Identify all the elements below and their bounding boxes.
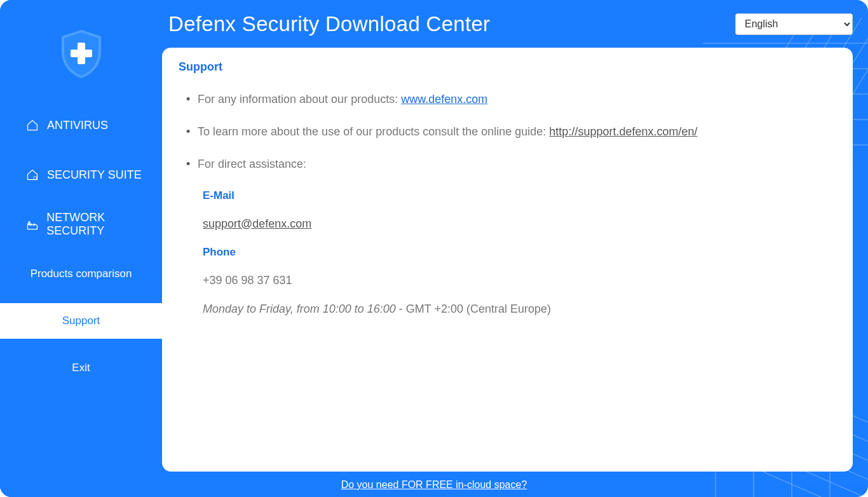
sidebar-item-support[interactable]: Support [0,303,162,339]
support-heading: Support [179,60,836,74]
bullet-text: For direct assistance: [198,158,306,170]
phone-number: +39 06 98 37 631 [203,274,836,287]
svg-rect-31 [71,50,92,57]
logo [0,0,162,107]
sidebar-item-network-security[interactable]: NETWORK SECURITY [0,207,162,242]
link-support-guide[interactable]: http://support.defenx.com/en/ [549,125,697,138]
app-window: ANTIVIRUS SECURITY SUITE NETWORK SECURIT… [0,0,868,497]
house-icon [25,118,39,132]
sidebar-item-label: ANTIVIRUS [47,119,108,132]
support-bullets: For any information about our products: … [179,92,836,173]
phone-hours-italic: Monday to Friday, from 10:00 to 16:00 [203,303,396,315]
factory-icon [25,217,39,231]
sidebar-item-label: Exit [72,362,90,374]
sidebar-item-exit[interactable]: Exit [0,350,162,386]
sidebar-item-antivirus[interactable]: ANTIVIRUS [0,107,162,143]
bullet-assistance: For direct assistance: [198,156,836,172]
sidebar-item-security-suite[interactable]: SECURITY SUITE [0,157,162,193]
bullet-guide: To learn more about the use of our produ… [198,124,836,140]
phone-section: Phone +39 06 98 37 631 Monday to Friday,… [179,246,836,316]
bullet-text: To learn more about the use of our produ… [198,125,549,138]
phone-heading: Phone [203,246,836,259]
email-heading: E-Mail [203,189,836,202]
header: Defenx Security Download Center English [162,0,868,48]
svg-point-32 [34,177,37,180]
email-address-link[interactable]: support@defenx.com [203,217,311,230]
sidebar-item-label: Support [62,315,100,327]
footer-promo: Do you need FOR FREE in-cloud space? [0,479,868,491]
shield-plus-icon [59,29,104,79]
language-selector[interactable]: English [735,13,853,35]
page-title: Defenx Security Download Center [168,12,490,36]
sidebar-item-label: SECURITY SUITE [47,168,142,182]
footer-promo-link[interactable]: Do you need FOR FREE in-cloud space? [341,479,527,490]
sidebar-item-label: NETWORK SECURITY [46,211,162,238]
bullet-info: For any information about our products: … [198,92,836,107]
sidebar-item-label: Products comparison [31,268,132,280]
sidebar-item-products-comparison[interactable]: Products comparison [0,256,162,292]
phone-hours: Monday to Friday, from 10:00 to 16:00 - … [203,303,836,316]
sidebar: ANTIVIRUS SECURITY SUITE NETWORK SECURIT… [0,0,162,497]
email-section: E-Mail support@defenx.com [179,189,836,231]
link-defenx-site[interactable]: www.defenx.com [401,93,487,106]
phone-hours-rest: - GMT +2:00 (Central Europe) [396,303,551,315]
bullet-text: For any information about our products: [198,93,401,106]
house-shield-icon [25,168,39,182]
content-panel: Support For any information about our pr… [162,48,853,472]
nav-list: ANTIVIRUS SECURITY SUITE NETWORK SECURIT… [0,107,162,386]
